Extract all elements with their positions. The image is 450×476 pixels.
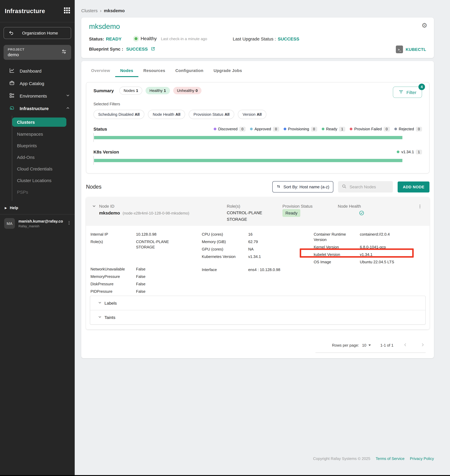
node-details-col2: CPU (cores)16 Memory (GiB)62.79 GPU (cor… (202, 232, 304, 275)
tab-overview[interactable]: Overview (86, 65, 115, 77)
chip-scheduling-disabled[interactable]: Scheduling DisabledAll (94, 110, 144, 119)
sidebar-item-infrastructure[interactable]: Infrastructure (0, 102, 75, 115)
sidebar-item-blueprints[interactable]: Blueprints (12, 140, 75, 151)
environments-icon (9, 92, 15, 99)
search-nodes-input[interactable] (349, 184, 390, 189)
nodes-count-pill: Nodes1 (119, 87, 142, 95)
chevron-down-icon (66, 93, 70, 98)
app-catalog-icon (9, 80, 15, 87)
kubelet-version-value: v1.34.1 (360, 252, 373, 257)
switch-project-icon[interactable] (61, 49, 67, 56)
summary-panel: Summary Nodes1 Healthy1 Unhealthy0 Filte… (86, 82, 429, 173)
status-value: READY (106, 36, 122, 41)
kubernetes-version-value: v1.34.1 (248, 254, 261, 259)
k8s-version-bar-segment (94, 159, 402, 162)
user-menu-kebab-icon[interactable] (66, 220, 71, 227)
chip-version[interactable]: VersionAll (238, 110, 266, 119)
back-arrow-icon (9, 30, 14, 36)
sidebar-item-cloud-credentials[interactable]: Cloud Credentials (12, 163, 75, 175)
avatar: MA (4, 218, 15, 229)
health-value: Healthy (141, 36, 157, 41)
privacy-policy-link[interactable]: Privacy Policy (410, 456, 434, 461)
project-name: demo (8, 52, 61, 57)
pid-pressure-value: False (136, 289, 146, 294)
status-bar-ready-segment (94, 136, 402, 139)
summary-title: Summary (94, 88, 114, 93)
tab-upgrade-jobs[interactable]: Upgrade Jobs (208, 65, 247, 77)
status-section-title: Status (94, 126, 107, 131)
sidebar: Infrastructure Organization Home PROJECT… (0, 0, 75, 476)
sidebar-item-cluster-locations[interactable]: Cluster Locations (12, 175, 75, 186)
user-profile[interactable]: MA manish.kumar@rafay.co Rafay_manish (0, 214, 75, 234)
external-link-icon[interactable] (150, 47, 155, 51)
memory-value: 62.79 (248, 239, 258, 245)
rejected-dot-icon (394, 128, 397, 130)
blueprint-sync-value: SUCCESS (126, 46, 148, 51)
apps-grid-icon[interactable] (64, 7, 70, 15)
labels-expander[interactable]: Labels (90, 296, 425, 310)
copyright-text: Copyright Rafay Systems © 2025 (313, 456, 370, 461)
taints-expander[interactable]: Taints (90, 310, 425, 324)
tab-configuration[interactable]: Configuration (170, 65, 208, 77)
project-selector[interactable]: PROJECT demo (4, 45, 71, 60)
collapse-chevron-icon[interactable] (92, 204, 96, 209)
previous-page-icon[interactable] (403, 342, 408, 348)
sidebar-item-label: Dashboard (20, 68, 41, 73)
sidebar-item-app-catalog[interactable]: App Catalog (0, 77, 75, 89)
tab-nodes[interactable]: Nodes (115, 65, 138, 77)
chip-provision-status[interactable]: Provsision StatusAll (189, 110, 234, 119)
sidebar-item-environments[interactable]: Environments (0, 89, 75, 102)
breadcrumb-clusters-link[interactable]: Clusters (81, 8, 98, 13)
kubectl-button[interactable]: >_ KUBECTL (396, 46, 426, 53)
add-node-button[interactable]: ADD NODE (398, 181, 429, 192)
nodes-toolbar: Nodes Sort By: Host name (a-z) ADD NODE (86, 181, 429, 193)
help-expander[interactable]: ▶ Help (0, 206, 75, 210)
memory-pressure-value: False (136, 274, 146, 279)
filter-button[interactable]: Filter (393, 87, 422, 98)
chevron-up-icon (66, 106, 70, 111)
page-range-label: 1-1 of 1 (380, 343, 393, 347)
unhealthy-count-pill: Unhealthy0 (173, 87, 202, 94)
chip-node-health[interactable]: Node HealthAll (148, 110, 185, 119)
pagination: Rows per page: 10 1-1 of 1 (81, 342, 434, 348)
terms-of-service-link[interactable]: Terms of Service (376, 456, 405, 461)
breadcrumb-separator: › (100, 8, 101, 13)
screen-bottom-edge (0, 475, 450, 476)
node-menu-kebab-icon[interactable] (418, 204, 422, 210)
last-checkin-text: Last check-in a minute ago (161, 36, 207, 41)
column-roles: Role(s) (227, 204, 240, 209)
sidebar-item-clusters[interactable]: Clusters (12, 118, 66, 127)
rows-per-page-label: Rows per page: (332, 343, 359, 347)
last-upgrade-label: Last Upgrade Status : (233, 36, 276, 41)
last-upgrade-value: SUCCESS (278, 36, 299, 41)
node-row-header[interactable]: Node ID mksdemo (node-x28r4ml-10-128-0-9… (86, 197, 429, 226)
sidebar-item-label: Namespaces (17, 131, 43, 136)
help-label: Help (10, 206, 18, 210)
chevron-down-icon (98, 315, 102, 320)
kubectl-label: KUBECTL (406, 47, 426, 52)
sidebar-item-add-ons[interactable]: Add-Ons (12, 151, 75, 163)
node-role-1: CONTROL-PLANE (227, 210, 262, 215)
sidebar-item-psps[interactable]: PSPs (12, 186, 75, 198)
roles-value: CONTROL-PLANESTORAGE (136, 239, 169, 250)
provision-status-badge: Ready (282, 209, 301, 217)
search-nodes-box (338, 181, 393, 193)
organization-home-button[interactable]: Organization Home (4, 27, 71, 39)
node-details-col3: Container Runtime Versioncontainerd://2.… (314, 232, 439, 267)
settings-gear-icon[interactable]: ⚙ (422, 22, 427, 29)
next-page-icon[interactable] (420, 342, 425, 348)
sidebar-item-label: Clusters (17, 120, 35, 125)
healthy-dot-icon (135, 37, 138, 40)
sidebar-item-label: PSPs (17, 189, 28, 194)
sort-by-button[interactable]: Sort By: Host name (a-z) (272, 181, 333, 193)
node-row-card: Node ID mksdemo (node-x28r4ml-10-128-0-9… (86, 197, 429, 329)
sidebar-item-dashboard[interactable]: Dashboard (0, 65, 75, 77)
sidebar-item-label: Cluster Locations (17, 178, 52, 183)
sidebar-item-namespaces[interactable]: Namespaces (12, 128, 75, 140)
filter-count-badge: 4 (418, 84, 425, 90)
tab-resources[interactable]: Resources (138, 65, 170, 77)
healthy-count-pill: Healthy1 (146, 87, 170, 94)
sidebar-item-label: Infrastructure (20, 106, 49, 111)
rows-per-page-select[interactable]: 10 (362, 343, 371, 347)
k8s-version-legend: v1.34.11 (397, 149, 422, 154)
